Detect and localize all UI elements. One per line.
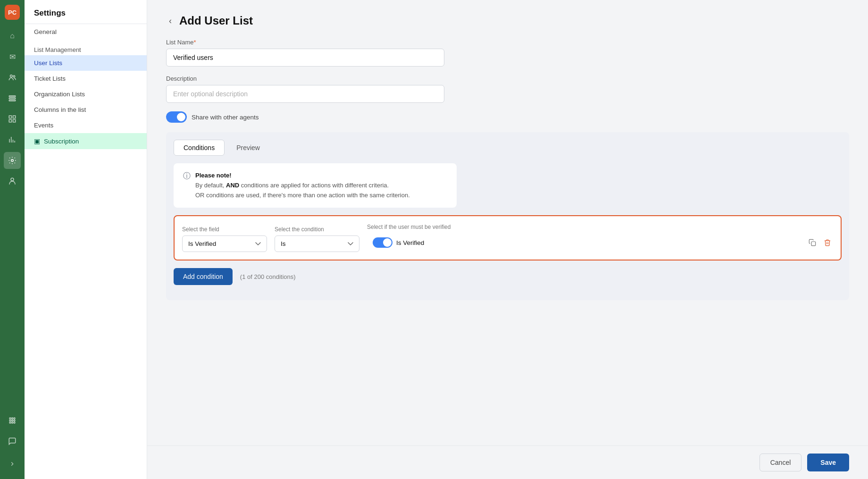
verified-toggle-wrap: Is Verified [367,233,451,252]
svg-point-14 [9,420,11,421]
apps-icon[interactable] [4,412,21,429]
svg-point-0 [10,75,13,77]
field-select[interactable]: Is Verified Email Name Role [182,235,267,252]
sidebar-section-list-management: List Management [25,40,147,55]
field-select-label: Select the field [182,226,267,233]
condition-value-group: Select if the user must be verified Is V… [367,224,451,252]
svg-point-18 [12,422,13,423]
sidebar-item-label: Events [34,122,53,129]
share-label: Share with other agents [192,114,259,121]
svg-rect-6 [13,116,16,118]
info-text: Please note! By default, AND conditions … [195,171,410,200]
toggle-thumb [177,113,185,121]
mail-icon[interactable]: ✉ [4,48,21,65]
page-title: Add User List [179,14,253,27]
subscription-icon: ▣ [34,137,40,145]
duplicate-button[interactable] [807,237,818,250]
sidebar-item-label: General [34,28,57,35]
cancel-button[interactable]: Cancel [760,454,802,471]
info-line2-bold: OR [195,192,205,199]
description-group: Description [166,75,849,103]
svg-rect-5 [9,116,11,118]
sidebar-item-user-lists[interactable]: User Lists [25,55,147,71]
sidebar-item-subscription[interactable]: ▣ Subscription [25,133,147,149]
svg-rect-3 [9,98,16,99]
condition-row-wrapper: Select the field Is Verified Email Name … [174,215,842,261]
svg-point-15 [12,420,13,421]
vtoggle-thumb [383,238,392,247]
home-icon[interactable]: ⌂ [4,27,21,44]
description-label: Description [166,75,849,82]
condition-select[interactable]: Is Is Not Contains [275,235,359,252]
condition-actions [807,237,833,252]
condition-select-label: Select the condition [275,226,359,233]
users-icon[interactable] [4,173,21,190]
share-toggle-row: Share with other agents [166,111,849,123]
sidebar: Settings General List Management User Li… [25,0,147,479]
collapse-icon[interactable] [4,455,21,472]
sidebar-header: Settings [25,0,147,24]
chart-icon[interactable] [4,131,21,148]
svg-point-19 [14,422,15,423]
grid-icon[interactable] [4,110,21,127]
condition-row: Select the field Is Verified Email Name … [182,224,833,252]
svg-point-11 [9,418,11,419]
add-condition-area: Add condition (1 of 200 conditions) [174,268,842,293]
bottom-bar: Cancel Save [147,445,868,479]
sidebar-item-organization-lists[interactable]: Organization Lists [25,86,147,102]
share-toggle[interactable] [166,111,187,123]
list-name-label: List Name* [166,39,849,46]
sidebar-item-label: Ticket Lists [34,75,66,82]
contacts-icon[interactable] [4,69,21,86]
value-label: Select if the user must be verified [367,224,451,230]
chat-icon[interactable] [4,433,21,450]
page-header: ‹ Add User List [166,14,849,27]
list-name-input[interactable] [166,49,444,67]
back-button[interactable]: ‹ [166,15,175,27]
svg-point-12 [12,418,13,419]
main-content: ‹ Add User List List Name* Description S… [147,0,868,479]
sidebar-item-label: Columns in the list [34,106,86,113]
tabs-bar: Conditions Preview [174,140,842,156]
svg-rect-8 [13,120,16,122]
sidebar-item-label: Subscription [44,138,79,145]
info-line1-pre: By default, [195,182,226,189]
icon-rail: PC ⌂ ✉ [0,0,25,479]
svg-point-16 [14,420,15,421]
info-line1-bold: AND [226,182,239,189]
tab-preview[interactable]: Preview [226,140,270,156]
tabs-area: Conditions Preview ⓘ Please note! By def… [166,132,849,300]
tabs-content: ⓘ Please note! By default, AND condition… [174,163,842,300]
info-line1-post: conditions are applied for actions with … [239,182,389,189]
info-icon: ⓘ [183,171,191,181]
add-condition-button[interactable]: Add condition [174,268,233,285]
app-logo: PC [5,5,20,20]
settings-icon[interactable] [4,152,21,169]
sidebar-item-events[interactable]: Events [25,118,147,133]
sidebar-item-columns[interactable]: Columns in the list [25,102,147,118]
description-input[interactable] [166,85,444,103]
sidebar-item-ticket-lists[interactable]: Ticket Lists [25,71,147,86]
svg-point-17 [9,422,11,423]
list-name-group: List Name* [166,39,849,67]
info-box: ⓘ Please note! By default, AND condition… [174,163,457,208]
info-line2-post: conditions are used, if there's more tha… [205,192,410,199]
list-icon[interactable] [4,90,21,107]
svg-rect-4 [9,100,16,101]
tab-conditions[interactable]: Conditions [174,140,225,156]
save-button[interactable]: Save [807,454,849,471]
svg-point-13 [14,418,15,419]
svg-point-1 [13,76,15,77]
svg-rect-2 [9,96,16,97]
delete-button[interactable] [822,237,833,250]
svg-rect-7 [9,120,11,122]
svg-rect-20 [811,242,816,246]
condition-type-group: Select the condition Is Is Not Contains [275,226,359,252]
sidebar-item-label: User Lists [34,59,62,67]
svg-point-10 [11,178,14,181]
condition-field-group: Select the field Is Verified Email Name … [182,226,267,252]
sidebar-item-general[interactable]: General [25,24,147,40]
verified-label: Is Verified [396,239,424,246]
info-title: Please note! [195,172,232,179]
verified-toggle[interactable] [373,237,392,248]
